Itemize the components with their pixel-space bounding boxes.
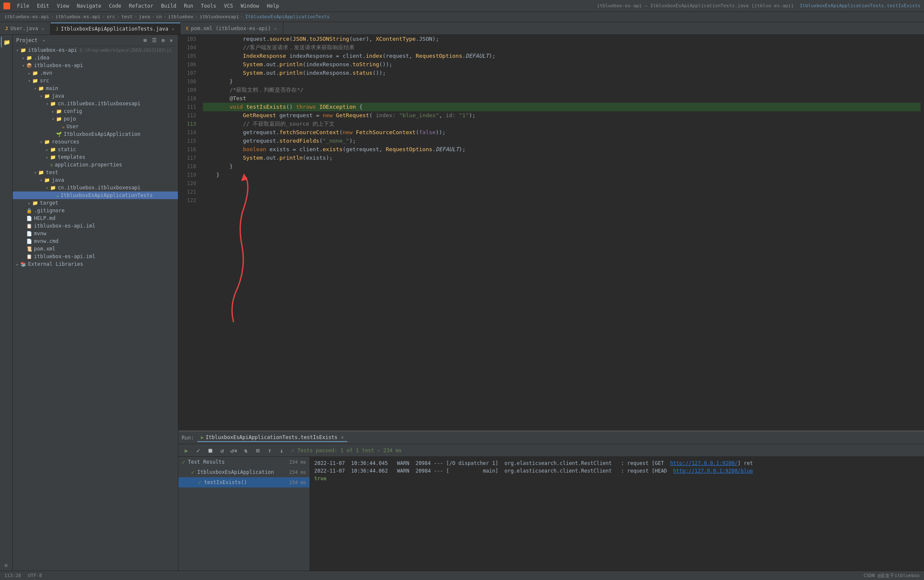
tree-item-config[interactable]: ▸ 📁 config bbox=[13, 107, 178, 115]
menu-code[interactable]: Code bbox=[106, 2, 125, 10]
console-link-2[interactable]: http://127.0.0.1:9200/blue bbox=[673, 468, 753, 474]
tree-item-root[interactable]: ▾ 📁 itbluebox-es-api D:\ProgramWorkSpace… bbox=[13, 46, 178, 54]
tree-item-pom-xml[interactable]: 📜 pom.xml bbox=[13, 245, 178, 253]
tree-label: static bbox=[58, 146, 76, 152]
editor-area: 103 104 105 106 107 108 109 110 111 112 … bbox=[178, 35, 924, 571]
tree-item-external-libs[interactable]: ▸ 📚 External Libraries bbox=[13, 260, 178, 268]
cmd-icon: 📄 bbox=[26, 239, 32, 244]
tree-item-test[interactable]: ▾ 📁 test bbox=[13, 169, 178, 176]
breadcrumb-item[interactable]: itbluebox bbox=[168, 14, 194, 20]
tree-arrow: ▾ bbox=[38, 178, 44, 183]
menu-file[interactable]: File bbox=[14, 2, 33, 10]
sidebar-settings-icon[interactable]: ⚙ bbox=[160, 37, 166, 44]
tree-item-idea[interactable]: ▸ 📁 .idea bbox=[13, 54, 178, 62]
menu-run[interactable]: Run bbox=[180, 2, 197, 10]
tree-item-test-class[interactable]: ☕ ItbluxboxEsApiApplicationTests bbox=[13, 191, 178, 199]
tree-label: application.properties bbox=[55, 162, 122, 168]
status-bar-right: CSDN @蓝盒子itbluebox bbox=[864, 572, 920, 579]
run-sort-button[interactable]: ⇅ bbox=[241, 446, 251, 455]
code-lines[interactable]: request.source(JSON.toJSONString(user), … bbox=[200, 35, 924, 431]
tree-item-test-java[interactable]: ▾ 📁 java bbox=[13, 176, 178, 184]
run-tab-icon: ▶ bbox=[201, 434, 204, 440]
tree-item-module[interactable]: ▾ 📦 itbluxbox-es-api bbox=[13, 62, 178, 69]
menu-refactor[interactable]: Refactor bbox=[125, 2, 157, 10]
breadcrumb-item[interactable]: itbluebox-es-api bbox=[56, 14, 101, 20]
sidebar-expand-icon[interactable]: ⊞ bbox=[142, 37, 148, 44]
tree-item-app-properties[interactable]: ⚙ application.properties bbox=[13, 161, 178, 169]
run-filter-button[interactable]: ⊟ bbox=[253, 446, 262, 455]
tree-arrow: ▾ bbox=[32, 86, 38, 91]
test-case-item[interactable]: ✓ testIsExists() 234 ms bbox=[178, 477, 310, 487]
app-window: File Edit View Navigate Code Refactor Bu… bbox=[0, 0, 924, 580]
menu-navigate[interactable]: Navigate bbox=[73, 2, 105, 10]
breadcrumb-item[interactable]: java bbox=[139, 14, 150, 20]
line-number: 111 bbox=[182, 103, 196, 111]
run-check-button[interactable]: ✓ bbox=[194, 446, 203, 455]
sidebar-dropdown-icon[interactable]: ▾ bbox=[43, 38, 45, 43]
tree-item-user[interactable]: ☕ User bbox=[13, 123, 178, 130]
project-view-icon[interactable]: 📁 bbox=[1, 37, 12, 48]
tab-application-tests[interactable]: J ItbluxboxEsApiApplicationTests.java ✕ bbox=[51, 23, 181, 34]
run-rerun-failed-button[interactable]: ↺✕ bbox=[229, 446, 239, 455]
run-stop-button[interactable]: ⏹ bbox=[206, 446, 215, 455]
breadcrumb-item[interactable]: src bbox=[107, 14, 115, 20]
tab-user-java[interactable]: J User.java ✕ bbox=[0, 23, 51, 34]
tree-item-mvnw[interactable]: 📄 mvnw bbox=[13, 230, 178, 237]
tree-item-module-iml[interactable]: 📋 itbluxbox-es-api.iml bbox=[13, 222, 178, 230]
code-line-118: boolean exists = client.exists(getreques… bbox=[203, 145, 921, 154]
sidebar-title: Project bbox=[16, 37, 38, 43]
sidebar-close-icon[interactable]: ✕ bbox=[168, 37, 175, 44]
tab-close-icon[interactable]: ✕ bbox=[273, 26, 278, 31]
tree-item-main[interactable]: ▾ 📁 main bbox=[13, 84, 178, 92]
tree-item-static[interactable]: ▸ 📁 static bbox=[13, 146, 178, 153]
run-play-button[interactable]: ▶ bbox=[182, 446, 191, 455]
tree-item-main-java[interactable]: ▾ 📁 java bbox=[13, 92, 178, 100]
tree-item-test-package[interactable]: ▾ 📁 cn.itbluebox.itbluxboxesapi bbox=[13, 184, 178, 191]
sidebar-collapse-icon[interactable]: ☰ bbox=[150, 37, 158, 44]
tab-close-icon[interactable]: ✕ bbox=[171, 26, 175, 32]
tree-item-resources[interactable]: ▾ 📁 resources bbox=[13, 138, 178, 146]
menu-help[interactable]: Help bbox=[263, 2, 282, 10]
menu-view[interactable]: View bbox=[54, 2, 73, 10]
code-editor[interactable]: 103 104 105 106 107 108 109 110 111 112 … bbox=[178, 35, 924, 431]
tree-item-pojo[interactable]: ▾ 📁 pojo bbox=[13, 115, 178, 123]
line-number: 106 bbox=[182, 60, 196, 69]
run-tab-tests[interactable]: ▶ ItbluxboxEsApiApplicationTests.testIsE… bbox=[197, 434, 347, 442]
test-results-header[interactable]: ✓ Test Results 234 ms bbox=[178, 457, 310, 467]
tree-item-application[interactable]: 🌱 ItbluxboxEsApiApplication bbox=[13, 130, 178, 138]
breadcrumb-item[interactable]: itbluxboxesapi bbox=[200, 14, 239, 20]
tree-item-target[interactable]: ▸ 📁 target bbox=[13, 199, 178, 207]
tree-item-cn-package[interactable]: ▾ 📁 cn.itbluebox.itbluxboxesapi bbox=[13, 100, 178, 107]
breadcrumb-item[interactable]: test bbox=[121, 14, 133, 20]
breadcrumb: itbluebox-es-api › itbluebox-es-api › sr… bbox=[0, 12, 924, 22]
breadcrumb-item[interactable]: cn bbox=[156, 14, 162, 20]
run-scroll-up-button[interactable]: ↑ bbox=[265, 446, 274, 455]
tree-item-src[interactable]: ▾ 📁 src bbox=[13, 77, 178, 84]
test-results-label: Test Results bbox=[188, 459, 225, 465]
menu-bar: File Edit View Navigate Code Refactor Bu… bbox=[0, 0, 924, 12]
console-link-1[interactable]: http://127.0.0.1:9200/ bbox=[670, 460, 738, 466]
tab-close-icon[interactable]: ✕ bbox=[41, 26, 45, 31]
tree-item-mvnw-cmd[interactable]: 📄 mvnw.cmd bbox=[13, 237, 178, 245]
tree-item-gitignore[interactable]: 🔒 .gitignore bbox=[13, 207, 178, 214]
tree-item-help-md[interactable]: 📄 HELP.md bbox=[13, 214, 178, 222]
tree-item-templates[interactable]: ▸ 📁 templates bbox=[13, 153, 178, 161]
tab-pom-xml[interactable]: X pom.xml (itbluebox-es-api) ✕ bbox=[180, 23, 283, 34]
test-case-label: testIsExists() bbox=[204, 479, 247, 485]
tree-label: User bbox=[67, 124, 79, 130]
test-suite-item[interactable]: ✓ ItbluxboxEsApiApplication 234 ms bbox=[178, 467, 310, 477]
tree-item-mvn[interactable]: ▸ 📁 .mvn bbox=[13, 69, 178, 77]
structure-icon[interactable]: ≡ bbox=[1, 560, 12, 571]
menu-edit[interactable]: Edit bbox=[34, 2, 53, 10]
run-tab-close[interactable]: ✕ bbox=[341, 434, 344, 440]
menu-build[interactable]: Build bbox=[158, 2, 180, 10]
tree-item-root-iml[interactable]: 📋 itbluebox-es-api.iml bbox=[13, 253, 178, 260]
run-scroll-down-button[interactable]: ↓ bbox=[277, 446, 286, 455]
menu-tools[interactable]: Tools bbox=[197, 2, 220, 10]
tree-arrow: ▾ bbox=[26, 79, 32, 83]
menu-vcs[interactable]: VCS bbox=[220, 2, 237, 10]
breadcrumb-item[interactable]: ItbluxboxEsApiApplicationTests bbox=[245, 14, 330, 20]
breadcrumb-item[interactable]: itbluebox-es-api bbox=[4, 14, 49, 20]
menu-window[interactable]: Window bbox=[237, 2, 262, 10]
run-rerun-button[interactable]: ↺ bbox=[217, 446, 227, 455]
